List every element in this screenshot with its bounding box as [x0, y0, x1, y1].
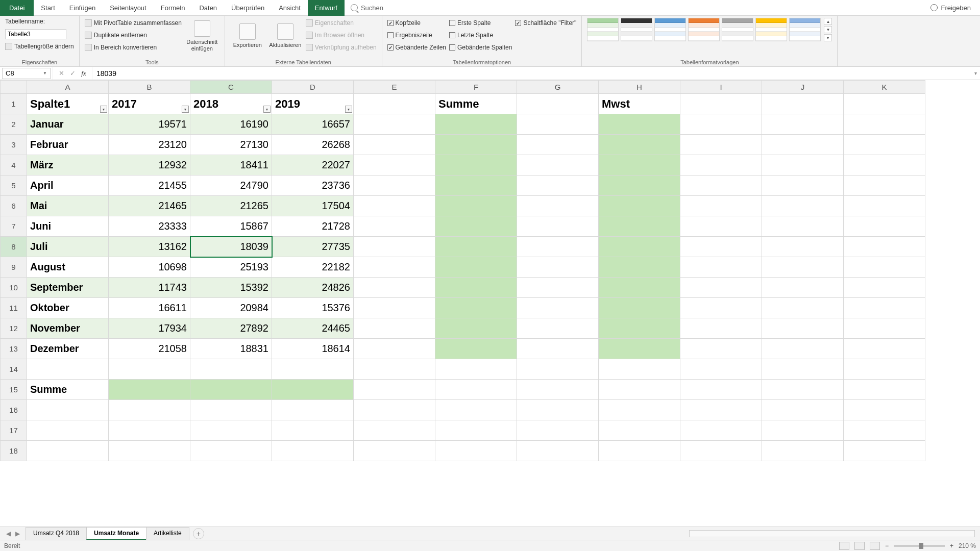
cell-H4[interactable] [599, 155, 680, 176]
dedupe-button[interactable]: Duplikate entfernen [85, 30, 182, 40]
zoom-in-button[interactable]: + [950, 542, 953, 549]
cell-E8[interactable] [354, 237, 435, 257]
style-swatch-yellow[interactable] [755, 18, 787, 41]
cell-E11[interactable] [354, 298, 435, 318]
resize-table-button[interactable]: Tabellengröße ändern [5, 41, 74, 52]
opt-header[interactable]: Kopfzeile [387, 18, 446, 28]
cell-I7[interactable] [680, 216, 762, 237]
row-head-5[interactable]: 5 [1, 176, 27, 196]
cell-A14[interactable] [27, 359, 109, 380]
cell-K5[interactable] [844, 176, 925, 196]
cell-J17[interactable] [762, 420, 844, 441]
cell-D4[interactable]: 22027 [272, 155, 354, 176]
cell-H9[interactable] [599, 257, 680, 278]
row-head-1[interactable]: 1 [1, 94, 27, 114]
cell-G2[interactable] [517, 114, 599, 135]
cell-G3[interactable] [517, 135, 599, 155]
style-swatch-green[interactable] [587, 18, 619, 41]
cell-H6[interactable] [599, 196, 680, 216]
row-head-13[interactable]: 13 [1, 339, 27, 359]
row-head-14[interactable]: 14 [1, 359, 27, 380]
cell-D15[interactable] [272, 380, 354, 400]
opt-banded-rows[interactable]: Gebänderte Zeilen [387, 42, 446, 53]
style-swatch-gray[interactable] [722, 18, 753, 41]
cell-H15[interactable] [599, 380, 680, 400]
cell-J5[interactable] [762, 176, 844, 196]
refresh-button[interactable]: Aktualisieren [268, 18, 303, 55]
select-all-corner[interactable] [1, 81, 27, 94]
tab-entwurf[interactable]: Entwurf [308, 0, 345, 16]
cell-A9[interactable]: August [27, 257, 109, 278]
col-head-F[interactable]: F [435, 81, 517, 94]
cell-D16[interactable] [272, 400, 354, 420]
cell-I8[interactable] [680, 237, 762, 257]
cell-G7[interactable] [517, 216, 599, 237]
cell-A16[interactable] [27, 400, 109, 420]
cell-G6[interactable] [517, 196, 599, 216]
cell-J18[interactable] [762, 441, 844, 461]
filter-icon[interactable]: ▼ [100, 106, 107, 113]
cell-A17[interactable] [27, 420, 109, 441]
col-head-I[interactable]: I [680, 81, 762, 94]
row-head-4[interactable]: 4 [1, 155, 27, 176]
cell-B13[interactable]: 21058 [109, 339, 190, 359]
cell-G16[interactable] [517, 400, 599, 420]
cell-A6[interactable]: Mai [27, 196, 109, 216]
cell-J1[interactable] [762, 94, 844, 114]
cell-J16[interactable] [762, 400, 844, 420]
cell-E17[interactable] [354, 420, 435, 441]
gallery-more-button[interactable]: ▾ [824, 34, 832, 41]
cell-K3[interactable] [844, 135, 925, 155]
cell-A15[interactable]: Summe [27, 380, 109, 400]
opt-total[interactable]: Ergebniszeile [387, 30, 446, 40]
cell-J7[interactable] [762, 216, 844, 237]
col-head-E[interactable]: E [354, 81, 435, 94]
cell-F18[interactable] [435, 441, 517, 461]
cell-I14[interactable] [680, 359, 762, 380]
cell-C5[interactable]: 24790 [190, 176, 272, 196]
sheet-tab-1[interactable]: Umsatz Monate [86, 527, 146, 540]
sheet-tab-2[interactable]: Artikelliste [146, 527, 189, 540]
cell-G5[interactable] [517, 176, 599, 196]
cell-H16[interactable] [599, 400, 680, 420]
cell-I10[interactable] [680, 278, 762, 298]
cell-K1[interactable] [844, 94, 925, 114]
cell-B14[interactable] [109, 359, 190, 380]
cell-E12[interactable] [354, 318, 435, 339]
col-head-K[interactable]: K [844, 81, 925, 94]
cell-K14[interactable] [844, 359, 925, 380]
cell-I13[interactable] [680, 339, 762, 359]
cell-B15[interactable] [109, 380, 190, 400]
cell-F14[interactable] [435, 359, 517, 380]
cell-E6[interactable] [354, 196, 435, 216]
cell-K9[interactable] [844, 257, 925, 278]
cell-K17[interactable] [844, 420, 925, 441]
col-head-A[interactable]: A [27, 81, 109, 94]
cell-C15[interactable] [190, 380, 272, 400]
cell-E1[interactable] [354, 94, 435, 114]
row-head-16[interactable]: 16 [1, 400, 27, 420]
table-name-input[interactable] [5, 29, 66, 39]
filter-icon[interactable]: ▼ [263, 106, 271, 113]
cell-A12[interactable]: November [27, 318, 109, 339]
file-tab[interactable]: Datei [0, 0, 34, 16]
cell-G11[interactable] [517, 298, 599, 318]
row-head-7[interactable]: 7 [1, 216, 27, 237]
cell-I1[interactable] [680, 94, 762, 114]
cell-I17[interactable] [680, 420, 762, 441]
zoom-level[interactable]: 210 % [959, 542, 976, 549]
cell-E2[interactable] [354, 114, 435, 135]
cell-G18[interactable] [517, 441, 599, 461]
cell-B18[interactable] [109, 441, 190, 461]
cell-B7[interactable]: 23333 [109, 216, 190, 237]
cell-D17[interactable] [272, 420, 354, 441]
cell-C7[interactable]: 15867 [190, 216, 272, 237]
cell-F13[interactable] [435, 339, 517, 359]
cell-B9[interactable]: 10698 [109, 257, 190, 278]
cell-J9[interactable] [762, 257, 844, 278]
cell-I3[interactable] [680, 135, 762, 155]
zoom-slider[interactable] [894, 545, 945, 547]
cell-J3[interactable] [762, 135, 844, 155]
cell-I6[interactable] [680, 196, 762, 216]
cell-F17[interactable] [435, 420, 517, 441]
